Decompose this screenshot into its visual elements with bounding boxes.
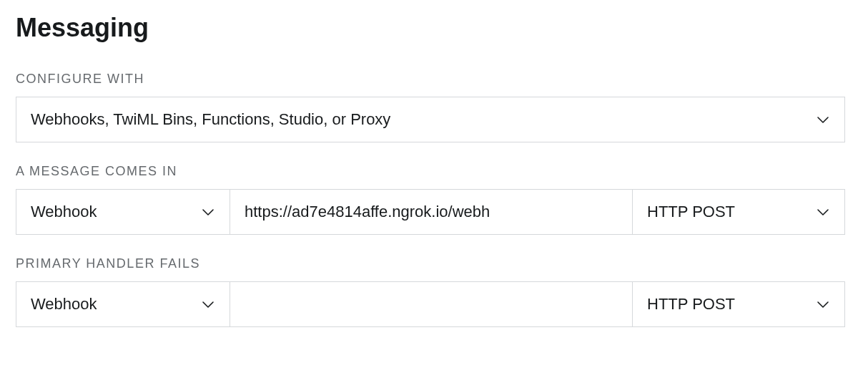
message-comes-in-group: A MESSAGE COMES IN Webhook HTTP POST xyxy=(16,164,852,235)
configure-with-selected-value: Webhooks, TwiML Bins, Functions, Studio,… xyxy=(31,110,390,129)
chevron-down-icon xyxy=(814,296,832,313)
primary-handler-fails-label: PRIMARY HANDLER FAILS xyxy=(16,256,852,271)
configure-with-select[interactable]: Webhooks, TwiML Bins, Functions, Studio,… xyxy=(16,97,845,142)
message-comes-in-type-value: Webhook xyxy=(31,203,97,221)
section-title: Messaging xyxy=(16,13,852,43)
primary-handler-fails-group: PRIMARY HANDLER FAILS Webhook HTTP POST xyxy=(16,256,852,327)
message-comes-in-type-select[interactable]: Webhook xyxy=(16,189,230,235)
configure-with-label: CONFIGURE WITH xyxy=(16,72,852,87)
message-comes-in-label: A MESSAGE COMES IN xyxy=(16,164,852,179)
primary-handler-fails-method-select[interactable]: HTTP POST xyxy=(632,281,845,327)
message-comes-in-url-input[interactable] xyxy=(230,189,633,235)
message-comes-in-method-value: HTTP POST xyxy=(647,203,735,221)
chevron-down-icon xyxy=(814,111,832,128)
primary-handler-fails-type-select[interactable]: Webhook xyxy=(16,281,230,327)
configure-with-group: CONFIGURE WITH Webhooks, TwiML Bins, Fun… xyxy=(16,72,852,142)
chevron-down-icon xyxy=(814,203,832,220)
primary-handler-fails-type-value: Webhook xyxy=(31,295,97,314)
messaging-section: Messaging CONFIGURE WITH Webhooks, TwiML… xyxy=(0,0,868,362)
chevron-down-icon xyxy=(199,203,217,220)
primary-handler-fails-method-value: HTTP POST xyxy=(647,295,735,314)
primary-handler-fails-url-input[interactable] xyxy=(230,281,633,327)
message-comes-in-method-select[interactable]: HTTP POST xyxy=(632,189,845,235)
chevron-down-icon xyxy=(199,296,217,313)
